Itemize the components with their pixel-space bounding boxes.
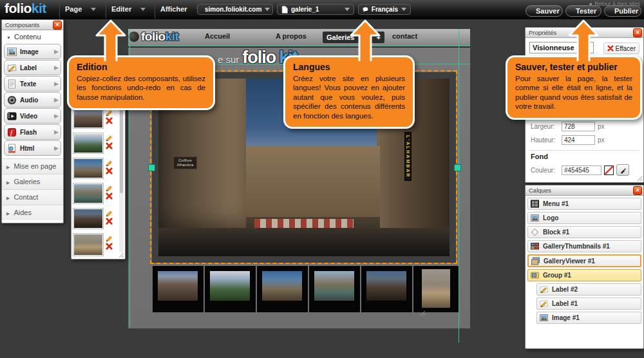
panel-resize-handle[interactable]: [118, 252, 124, 258]
component-html[interactable]: Html▶: [4, 140, 61, 156]
preview-nav-contact[interactable]: contact: [392, 32, 417, 40]
gallery-item-thumbnail[interactable]: [73, 158, 104, 179]
page-icon: [281, 6, 288, 14]
canvas-thumbnail-2[interactable]: [205, 266, 256, 312]
gallery-thumbnails-component: [153, 266, 459, 312]
no-color-swatch[interactable]: [604, 165, 614, 175]
delete-button[interactable]: [106, 243, 113, 250]
scrollbar-thumb[interactable]: [120, 109, 123, 193]
preview-site-logo[interactable]: foliokit: [141, 30, 178, 44]
layer-row-group-1[interactable]: Group #1: [527, 269, 641, 281]
callout-title: Langues: [293, 62, 405, 72]
canvas-thumbnail-6[interactable]: [413, 266, 459, 312]
image-icon: [540, 314, 548, 322]
menu-afficher[interactable]: Afficher: [155, 0, 203, 19]
test-button[interactable]: Tester: [565, 5, 601, 17]
callout-arrow: [347, 19, 383, 61]
color-picker-button[interactable]: [616, 164, 629, 176]
largeur-label: Largeur:: [531, 123, 559, 130]
gallery-items-panel: [71, 105, 126, 259]
gallery-item-row: [73, 108, 124, 131]
couleur-input[interactable]: [562, 165, 601, 175]
effacer-button[interactable]: Effacer: [603, 42, 640, 54]
calques-panel: Calques ✕ Menu #1 Logo Block #1 GalleryT…: [525, 185, 644, 349]
chevron-down-icon: [401, 8, 406, 11]
speech-bubble-icon: [363, 6, 368, 13]
section-contenu[interactable]: ▼Contenu: [2, 30, 63, 43]
pencil-icon: [106, 211, 111, 216]
section-mise-en-page[interactable]: ▶Mise en page: [2, 158, 63, 174]
edit-button[interactable]: [106, 184, 113, 191]
edit-button[interactable]: [106, 158, 113, 166]
gallery-item-thumbnail[interactable]: [73, 108, 104, 129]
delete-button[interactable]: [106, 167, 113, 174]
resize-handle-left[interactable]: [148, 164, 155, 171]
preview-nav-accueil[interactable]: Accueil: [205, 32, 230, 40]
language-selector[interactable]: Français: [358, 4, 411, 15]
gallery-item-thumbnail[interactable]: [73, 233, 104, 256]
canvas-thumbnail-4[interactable]: [309, 266, 360, 312]
component-video[interactable]: Video▶: [4, 108, 61, 124]
menu-icon: [531, 200, 539, 208]
page-resize-handle[interactable]: [420, 310, 426, 316]
html-icon: [7, 144, 17, 153]
section-aides[interactable]: ▶Aides: [2, 205, 63, 220]
page-selector[interactable]: galerie_1: [277, 4, 354, 15]
foliokit-editor: foliokit Accueil A propos Galeries + con…: [0, 0, 644, 358]
component-texte[interactable]: Texte▶: [4, 76, 61, 91]
gallery-item-thumbnail[interactable]: [73, 183, 104, 204]
site-selector[interactable]: simon.foliokit.com: [197, 4, 273, 15]
layer-row-image-1[interactable]: Image #1: [536, 312, 641, 324]
hauteur-input[interactable]: [562, 135, 595, 145]
canvas-thumbnail-5[interactable]: [361, 266, 412, 312]
component-image[interactable]: Image▶: [4, 44, 61, 59]
delete-button[interactable]: [106, 193, 113, 200]
layer-row-menu-1[interactable]: Menu #1: [527, 198, 641, 210]
delete-button[interactable]: [106, 117, 113, 124]
gallery-item-thumbnail[interactable]: [73, 133, 104, 154]
layer-row-logo[interactable]: Logo: [527, 212, 641, 224]
red-x-icon: [107, 169, 111, 173]
red-x-icon: [107, 244, 111, 249]
save-button[interactable]: Sauver: [526, 5, 563, 17]
close-button[interactable]: ✕: [53, 21, 62, 30]
layer-row-label-1[interactable]: Label #1: [536, 297, 641, 310]
edit-button[interactable]: [106, 234, 113, 241]
component-label[interactable]: Label▶: [4, 60, 61, 75]
section-galeries[interactable]: ▶Galeries: [2, 174, 63, 189]
image-icon: [7, 47, 17, 57]
chevron-right-icon: ▶: [54, 80, 59, 87]
layer-row-gallery-thumbnails-1[interactable]: GalleryThumbnails #1: [527, 240, 641, 252]
gallery-item-thumbnail[interactable]: [73, 208, 104, 229]
component-audio[interactable]: Audio▶: [4, 92, 61, 108]
section-contact[interactable]: ▶Contact: [2, 189, 63, 205]
layer-row-label-2[interactable]: Label #2: [536, 283, 641, 296]
component-flash[interactable]: f Flash▶: [4, 124, 61, 140]
gallery-item-row: [73, 133, 124, 156]
layer-row-gallery-viewer-1[interactable]: GalleryViewer #1: [527, 254, 641, 267]
eyedropper-icon: [620, 167, 627, 174]
canvas-thumbnail-1[interactable]: [153, 266, 204, 312]
edit-button[interactable]: [106, 133, 113, 141]
chevron-right-icon: ▶: [54, 145, 59, 151]
resize-handle-right[interactable]: [454, 164, 461, 171]
close-button[interactable]: ✕: [633, 28, 642, 37]
chevron-right-icon: ▶: [6, 196, 10, 200]
edit-button[interactable]: [106, 209, 113, 216]
largeur-input[interactable]: [562, 122, 595, 131]
texte-icon: [7, 79, 17, 89]
layer-row-block-1[interactable]: Block #1: [527, 226, 641, 238]
menu-page[interactable]: Page: [59, 0, 104, 19]
delete-button[interactable]: [106, 218, 113, 225]
canvas-thumbnail-3[interactable]: [257, 266, 308, 312]
callout-arrow: [565, 19, 601, 61]
callout-title: Sauver, tester et publier: [515, 62, 632, 72]
panel-resize-handle[interactable]: [637, 176, 643, 182]
close-button[interactable]: ✕: [633, 186, 642, 195]
publish-button[interactable]: Publier: [604, 5, 641, 17]
menu-editer[interactable]: Editer: [106, 0, 153, 19]
preview-nav-apropos[interactable]: A propos: [276, 32, 307, 40]
scrollbar[interactable]: [119, 108, 124, 252]
delete-button[interactable]: [106, 142, 113, 149]
chevron-right-icon: ▶: [54, 64, 59, 71]
